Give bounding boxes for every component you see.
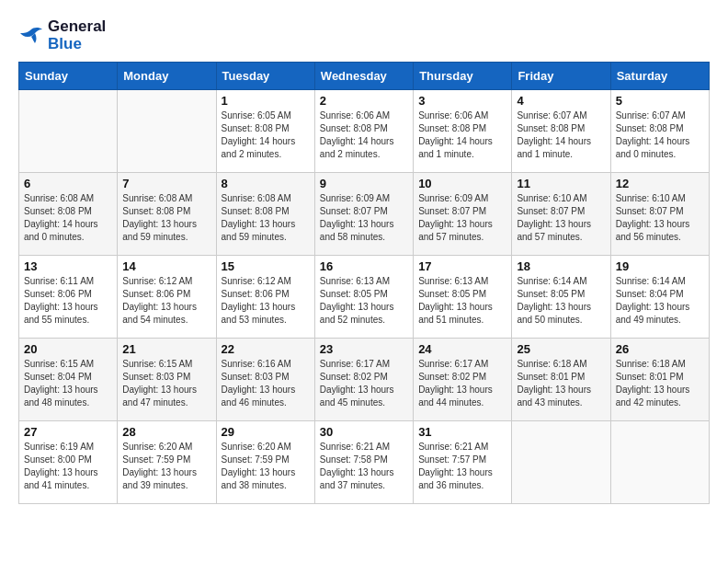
- week-row-3: 13Sunrise: 6:11 AM Sunset: 8:06 PM Dayli…: [19, 256, 710, 339]
- day-info: Sunrise: 6:12 AM Sunset: 8:06 PM Dayligh…: [122, 275, 210, 327]
- weekday-header-monday: Monday: [118, 63, 216, 90]
- day-info: Sunrise: 6:13 AM Sunset: 8:05 PM Dayligh…: [418, 275, 506, 327]
- calendar-cell: 7Sunrise: 6:08 AM Sunset: 8:08 PM Daylig…: [118, 173, 216, 256]
- calendar-cell: [512, 421, 610, 504]
- day-info: Sunrise: 6:09 AM Sunset: 8:07 PM Dayligh…: [418, 192, 506, 244]
- calendar-cell: 15Sunrise: 6:12 AM Sunset: 8:06 PM Dayli…: [216, 256, 314, 339]
- day-info: Sunrise: 6:16 AM Sunset: 8:03 PM Dayligh…: [222, 358, 310, 409]
- day-info: Sunrise: 6:20 AM Sunset: 7:59 PM Dayligh…: [222, 441, 310, 492]
- calendar-cell: 12Sunrise: 6:10 AM Sunset: 8:07 PM Dayli…: [610, 173, 709, 256]
- calendar-cell: 19Sunrise: 6:14 AM Sunset: 8:04 PM Dayli…: [610, 256, 709, 339]
- calendar-cell: 24Sunrise: 6:17 AM Sunset: 8:02 PM Dayli…: [414, 339, 512, 421]
- calendar-cell: 31Sunrise: 6:21 AM Sunset: 7:57 PM Dayli…: [414, 421, 512, 504]
- weekday-header-saturday: Saturday: [610, 63, 709, 90]
- calendar-cell: 13Sunrise: 6:11 AM Sunset: 8:06 PM Dayli…: [19, 256, 118, 339]
- day-number: 19: [616, 259, 704, 273]
- day-number: 6: [24, 177, 112, 190]
- calendar-cell: 2Sunrise: 6:06 AM Sunset: 8:08 PM Daylig…: [314, 90, 413, 173]
- day-info: Sunrise: 6:06 AM Sunset: 8:08 PM Dayligh…: [320, 109, 408, 161]
- calendar-cell: 23Sunrise: 6:17 AM Sunset: 8:02 PM Dayli…: [314, 339, 413, 421]
- calendar-cell: 8Sunrise: 6:08 AM Sunset: 8:08 PM Daylig…: [216, 173, 314, 256]
- day-info: Sunrise: 6:06 AM Sunset: 8:08 PM Dayligh…: [418, 109, 506, 161]
- day-info: Sunrise: 6:08 AM Sunset: 8:08 PM Dayligh…: [122, 192, 210, 244]
- calendar-cell: 6Sunrise: 6:08 AM Sunset: 8:08 PM Daylig…: [19, 173, 118, 256]
- calendar: SundayMondayTuesdayWednesdayThursdayFrid…: [18, 62, 710, 504]
- calendar-cell: 27Sunrise: 6:19 AM Sunset: 8:00 PM Dayli…: [19, 421, 118, 504]
- day-info: Sunrise: 6:10 AM Sunset: 8:07 PM Dayligh…: [616, 192, 704, 244]
- day-number: 7: [122, 177, 210, 190]
- day-number: 20: [24, 342, 112, 356]
- day-number: 15: [222, 259, 310, 273]
- day-info: Sunrise: 6:10 AM Sunset: 8:07 PM Dayligh…: [517, 192, 605, 244]
- day-info: Sunrise: 6:20 AM Sunset: 7:59 PM Dayligh…: [122, 441, 210, 492]
- day-info: Sunrise: 6:15 AM Sunset: 8:03 PM Dayligh…: [122, 358, 210, 409]
- calendar-cell: 20Sunrise: 6:15 AM Sunset: 8:04 PM Dayli…: [19, 339, 118, 421]
- day-info: Sunrise: 6:08 AM Sunset: 8:08 PM Dayligh…: [222, 192, 310, 244]
- day-number: 11: [517, 177, 605, 190]
- weekday-header-tuesday: Tuesday: [216, 63, 314, 90]
- day-number: 13: [24, 259, 112, 273]
- day-info: Sunrise: 6:19 AM Sunset: 8:00 PM Dayligh…: [24, 441, 112, 492]
- day-info: Sunrise: 6:05 AM Sunset: 8:08 PM Dayligh…: [222, 109, 310, 161]
- day-info: Sunrise: 6:13 AM Sunset: 8:05 PM Dayligh…: [320, 275, 408, 327]
- calendar-cell: 30Sunrise: 6:21 AM Sunset: 7:58 PM Dayli…: [314, 421, 413, 504]
- week-row-2: 6Sunrise: 6:08 AM Sunset: 8:08 PM Daylig…: [19, 173, 710, 256]
- weekday-header-sunday: Sunday: [19, 63, 118, 90]
- calendar-cell: 5Sunrise: 6:07 AM Sunset: 8:08 PM Daylig…: [610, 90, 709, 173]
- day-number: 1: [222, 94, 310, 108]
- day-number: 27: [24, 425, 112, 439]
- day-info: Sunrise: 6:12 AM Sunset: 8:06 PM Dayligh…: [222, 275, 310, 327]
- day-info: Sunrise: 6:21 AM Sunset: 7:58 PM Dayligh…: [320, 441, 408, 492]
- week-row-5: 27Sunrise: 6:19 AM Sunset: 8:00 PM Dayli…: [19, 421, 710, 504]
- day-info: Sunrise: 6:09 AM Sunset: 8:07 PM Dayligh…: [320, 192, 408, 244]
- calendar-cell: [610, 421, 709, 504]
- calendar-cell: 25Sunrise: 6:18 AM Sunset: 8:01 PM Dayli…: [512, 339, 610, 421]
- day-number: 14: [122, 259, 210, 273]
- calendar-cell: 28Sunrise: 6:20 AM Sunset: 7:59 PM Dayli…: [118, 421, 216, 504]
- day-info: Sunrise: 6:17 AM Sunset: 8:02 PM Dayligh…: [320, 358, 408, 409]
- calendar-cell: 21Sunrise: 6:15 AM Sunset: 8:03 PM Dayli…: [118, 339, 216, 421]
- day-number: 23: [320, 342, 408, 356]
- logo-text: General Blue: [48, 18, 106, 52]
- day-number: 28: [122, 425, 210, 439]
- day-number: 5: [616, 94, 704, 108]
- day-number: 8: [222, 177, 310, 190]
- day-info: Sunrise: 6:14 AM Sunset: 8:04 PM Dayligh…: [616, 275, 704, 327]
- calendar-cell: 18Sunrise: 6:14 AM Sunset: 8:05 PM Dayli…: [512, 256, 610, 339]
- calendar-cell: 17Sunrise: 6:13 AM Sunset: 8:05 PM Dayli…: [414, 256, 512, 339]
- week-row-4: 20Sunrise: 6:15 AM Sunset: 8:04 PM Dayli…: [19, 339, 710, 421]
- logo: General Blue: [18, 18, 106, 52]
- day-info: Sunrise: 6:18 AM Sunset: 8:01 PM Dayligh…: [517, 358, 605, 409]
- calendar-cell: 14Sunrise: 6:12 AM Sunset: 8:06 PM Dayli…: [118, 256, 216, 339]
- weekday-header-friday: Friday: [512, 63, 610, 90]
- weekday-header-wednesday: Wednesday: [314, 63, 413, 90]
- calendar-cell: 29Sunrise: 6:20 AM Sunset: 7:59 PM Dayli…: [216, 421, 314, 504]
- day-number: 10: [418, 177, 506, 190]
- day-info: Sunrise: 6:11 AM Sunset: 8:06 PM Dayligh…: [24, 275, 112, 327]
- day-number: 26: [616, 342, 704, 356]
- weekday-header-row: SundayMondayTuesdayWednesdayThursdayFrid…: [19, 63, 710, 90]
- day-number: 29: [222, 425, 310, 439]
- logo-bird-icon: [18, 26, 44, 46]
- calendar-cell: 10Sunrise: 6:09 AM Sunset: 8:07 PM Dayli…: [414, 173, 512, 256]
- day-number: 30: [320, 425, 408, 439]
- day-info: Sunrise: 6:14 AM Sunset: 8:05 PM Dayligh…: [517, 275, 605, 327]
- day-number: 16: [320, 259, 408, 273]
- day-number: 4: [517, 94, 605, 108]
- day-number: 2: [320, 94, 408, 108]
- calendar-cell: 16Sunrise: 6:13 AM Sunset: 8:05 PM Dayli…: [314, 256, 413, 339]
- day-number: 31: [418, 425, 506, 439]
- day-number: 22: [222, 342, 310, 356]
- day-number: 24: [418, 342, 506, 356]
- calendar-cell: 22Sunrise: 6:16 AM Sunset: 8:03 PM Dayli…: [216, 339, 314, 421]
- calendar-cell: 3Sunrise: 6:06 AM Sunset: 8:08 PM Daylig…: [414, 90, 512, 173]
- day-number: 17: [418, 259, 506, 273]
- day-info: Sunrise: 6:15 AM Sunset: 8:04 PM Dayligh…: [24, 358, 112, 409]
- week-row-1: 1Sunrise: 6:05 AM Sunset: 8:08 PM Daylig…: [19, 90, 710, 173]
- calendar-cell: [19, 90, 118, 173]
- calendar-cell: 9Sunrise: 6:09 AM Sunset: 8:07 PM Daylig…: [314, 173, 413, 256]
- calendar-cell: [118, 90, 216, 173]
- calendar-cell: 4Sunrise: 6:07 AM Sunset: 8:08 PM Daylig…: [512, 90, 610, 173]
- day-number: 18: [517, 259, 605, 273]
- day-info: Sunrise: 6:08 AM Sunset: 8:08 PM Dayligh…: [24, 192, 112, 244]
